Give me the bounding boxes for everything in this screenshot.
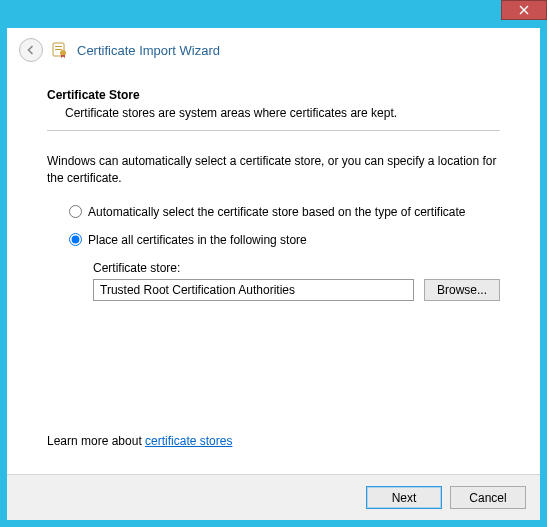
store-row: Browse... — [93, 279, 500, 301]
footer: Next Cancel — [7, 474, 540, 520]
store-input[interactable] — [93, 279, 414, 301]
cancel-button[interactable]: Cancel — [450, 486, 526, 509]
radio-manual-input[interactable] — [69, 233, 82, 246]
back-arrow-icon — [25, 44, 37, 56]
content-area: Certificate Import Wizard Certificate St… — [7, 28, 540, 520]
section-subtitle: Certificate stores are system areas wher… — [47, 106, 500, 120]
wizard-header: Certificate Import Wizard — [7, 28, 540, 70]
store-field-label: Certificate store: — [93, 261, 500, 275]
radio-auto-select[interactable]: Automatically select the certificate sto… — [69, 205, 500, 219]
store-section: Certificate store: Browse... — [47, 261, 500, 301]
radio-manual-select[interactable]: Place all certificates in the following … — [69, 233, 500, 247]
radio-auto-label: Automatically select the certificate sto… — [88, 205, 466, 219]
next-button[interactable]: Next — [366, 486, 442, 509]
instruction-text: Windows can automatically select a certi… — [47, 153, 500, 187]
store-radio-group: Automatically select the certificate sto… — [47, 205, 500, 247]
close-icon — [519, 5, 529, 15]
wizard-window: Certificate Import Wizard Certificate St… — [0, 0, 547, 527]
learn-more: Learn more about certificate stores — [47, 434, 232, 448]
wizard-body: Certificate Store Certificate stores are… — [7, 70, 540, 301]
svg-rect-4 — [55, 49, 62, 50]
radio-manual-label: Place all certificates in the following … — [88, 233, 307, 247]
svg-rect-3 — [55, 46, 62, 47]
divider — [47, 130, 500, 131]
wizard-title: Certificate Import Wizard — [77, 43, 220, 58]
radio-auto-input[interactable] — [69, 205, 82, 218]
learn-more-link[interactable]: certificate stores — [145, 434, 232, 448]
section-title: Certificate Store — [47, 88, 500, 102]
learn-more-prefix: Learn more about — [47, 434, 145, 448]
titlebar — [0, 0, 547, 28]
back-button[interactable] — [19, 38, 43, 62]
browse-button[interactable]: Browse... — [424, 279, 500, 301]
certificate-icon — [51, 41, 69, 59]
close-button[interactable] — [501, 0, 547, 20]
